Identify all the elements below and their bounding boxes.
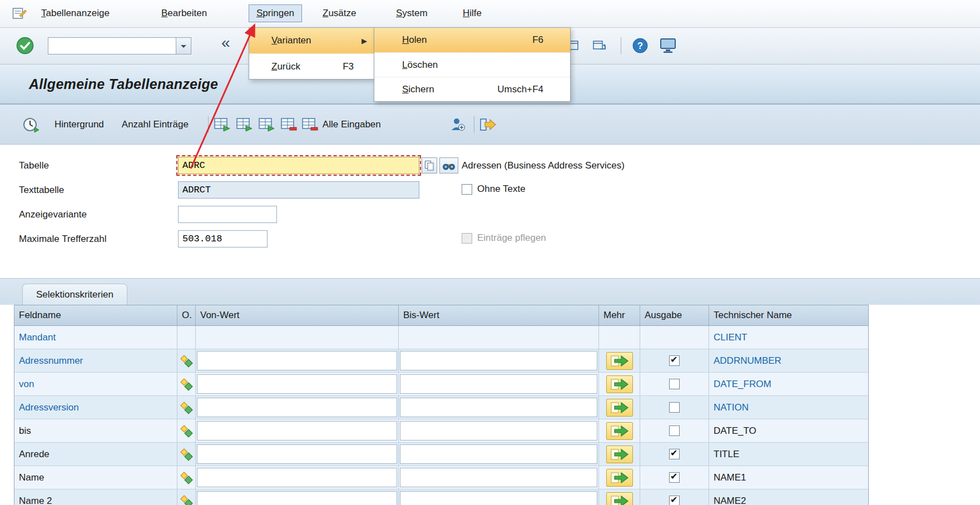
selection-options-icon[interactable]: [180, 354, 193, 368]
anzahl-eintraege-button[interactable]: Anzahl Einträge: [116, 116, 194, 133]
tabelle-row: Tabelle Adressen (Business Address Servi…: [0, 157, 980, 175]
ausgabe-cell: [640, 466, 709, 489]
mehr-button[interactable]: [606, 422, 633, 440]
menu-item-loeschen[interactable]: Löschen: [374, 52, 570, 77]
ausgabe-cell: [640, 349, 709, 372]
von-wert-cell: [196, 349, 399, 372]
eintraege-pflegen-checkbox: [462, 233, 472, 244]
grid-insert-icon-1[interactable]: [212, 116, 231, 133]
bis-wert-cell: [399, 396, 599, 419]
selection-options-icon[interactable]: [180, 378, 193, 391]
eintraege-pflegen-row: Einträge pflegen: [462, 232, 546, 244]
von-wert-cell: [196, 466, 399, 489]
von-wert-input[interactable]: [197, 374, 397, 394]
hintergrund-button[interactable]: Hintergrund: [49, 116, 110, 133]
mehr-button[interactable]: [606, 399, 633, 417]
von-wert-input[interactable]: [197, 351, 397, 370]
selection-table: Feldname O. Von-Wert Bis-Wert Mehr Ausga…: [14, 305, 869, 505]
ausgabe-checkbox[interactable]: [669, 496, 680, 505]
menu-item-label: Varianten: [271, 35, 311, 46]
von-wert-input[interactable]: [197, 398, 397, 417]
menu-item-varianten[interactable]: Varianten ▶: [249, 28, 374, 53]
create-shortcut-icon[interactable]: [591, 38, 608, 53]
selection-options-icon[interactable]: [180, 401, 193, 414]
menu-hilfe[interactable]: Hilfe: [455, 4, 489, 22]
sap-gui-window: Tabellenanzeige Bearbeiten Springen Zusä…: [0, 0, 980, 505]
bis-wert-input[interactable]: [400, 398, 597, 417]
von-wert-input[interactable]: [197, 421, 397, 440]
help-icon[interactable]: ?: [631, 36, 650, 55]
bis-wert-cell: [399, 349, 599, 372]
mehr-button[interactable]: [606, 352, 633, 370]
enter-button[interactable]: [16, 36, 34, 57]
menu-bearbeiten[interactable]: Bearbeiten: [154, 4, 215, 22]
execute-clock-icon[interactable]: [21, 115, 41, 134]
von-wert-input[interactable]: [197, 491, 397, 505]
mehr-button[interactable]: [606, 375, 633, 393]
field-label: bis: [14, 419, 177, 442]
menu-tabellenanzeige[interactable]: Tabellenanzeige: [33, 4, 117, 22]
gui-settings-monitor-icon[interactable]: [659, 37, 677, 55]
selection-row-name2: Name 2NAME2: [14, 489, 868, 505]
texttabelle-row: Texttabelle Ohne Texte: [0, 181, 980, 199]
mehr-button[interactable]: [606, 492, 633, 505]
grid-insert-icon-3[interactable]: [257, 116, 276, 133]
bis-wert-cell: [399, 489, 599, 505]
von-wert-cell: [196, 443, 399, 466]
column-header-mehr: Mehr: [599, 305, 640, 325]
menu-zusaetze[interactable]: Zusätze: [315, 4, 364, 22]
ohne-texte-checkbox[interactable]: [462, 184, 472, 195]
menu-item-sichern[interactable]: Sichern Umsch+F4: [374, 77, 570, 101]
selection-options-icon[interactable]: [180, 424, 193, 438]
bis-wert-input[interactable]: [400, 374, 597, 394]
bis-wert-input[interactable]: [400, 491, 597, 505]
tabelle-label: Tabelle: [19, 160, 49, 171]
tabelle-input[interactable]: [178, 157, 419, 174]
grid-insert-icon-2[interactable]: [235, 116, 254, 133]
von-wert-input[interactable]: [197, 468, 397, 487]
ausgabe-checkbox[interactable]: [669, 402, 680, 413]
mehr-cell: [599, 326, 640, 349]
user-settings-icon[interactable]: [449, 116, 467, 133]
command-input[interactable]: [48, 38, 176, 54]
max-trefferzahl-input[interactable]: [178, 230, 268, 247]
export-icon[interactable]: [478, 116, 497, 133]
bis-wert-input[interactable]: [400, 444, 597, 464]
bis-wert-input[interactable]: [400, 351, 597, 370]
mehr-cell: [599, 373, 640, 395]
ausgabe-cell: [640, 396, 709, 419]
menu-system[interactable]: System: [388, 4, 435, 22]
grid-remove-icon[interactable]: [279, 116, 298, 133]
apptoolbar-separator: [208, 116, 209, 133]
copy-icon[interactable]: [422, 157, 437, 174]
ausgabe-checkbox[interactable]: [669, 449, 680, 459]
texttabelle-input[interactable]: [178, 181, 419, 199]
menu-item-zurueck[interactable]: Zurück F3: [249, 53, 374, 79]
selection-options-icon[interactable]: [180, 471, 193, 484]
field-label: von: [14, 373, 177, 395]
possible-entries-icon[interactable]: [439, 157, 458, 174]
ausgabe-checkbox[interactable]: [669, 379, 680, 389]
selection-options-icon[interactable]: [180, 448, 193, 461]
bis-wert-input[interactable]: [400, 468, 597, 487]
ausgabe-checkbox[interactable]: [669, 472, 680, 483]
menu-springen[interactable]: Springen: [249, 4, 302, 22]
bis-wert-input[interactable]: [400, 421, 597, 440]
menu-item-holen[interactable]: Holen F6: [374, 28, 570, 52]
selection-row-title: AnredeTITLE: [14, 443, 868, 466]
mehr-button[interactable]: [606, 469, 633, 487]
collapse-command-field-button[interactable]: «: [221, 34, 230, 52]
selection-options-cell: [177, 466, 196, 489]
ausgabe-checkbox[interactable]: [669, 355, 680, 366]
anzeigevariante-input[interactable]: [178, 206, 277, 223]
selection-options-icon[interactable]: [180, 494, 193, 505]
mehr-cell: [599, 489, 640, 505]
ausgabe-checkbox[interactable]: [669, 425, 680, 436]
von-wert-input[interactable]: [197, 444, 397, 464]
anzeigevariante-row: Anzeigevariante: [0, 206, 980, 224]
alle-eingaben-button[interactable]: Alle Eingaben: [301, 117, 381, 132]
bis-wert-cell: [399, 373, 599, 395]
mehr-button[interactable]: [606, 445, 633, 463]
command-dropdown-button[interactable]: [176, 38, 191, 54]
ausgabe-cell: [640, 373, 709, 395]
